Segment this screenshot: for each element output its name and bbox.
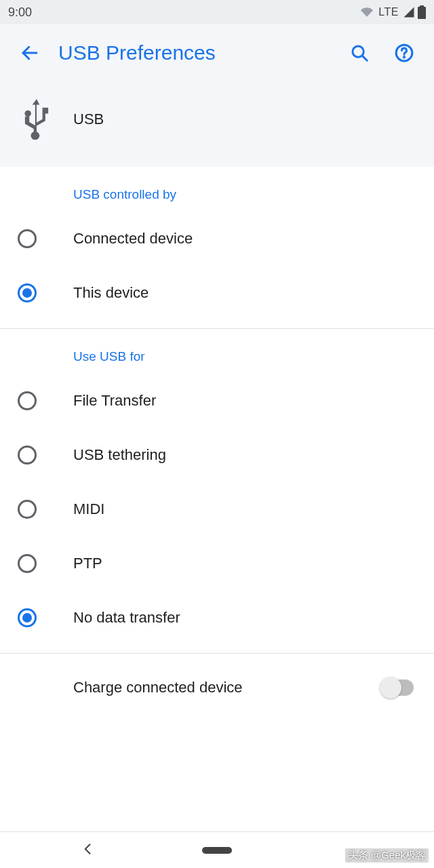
toggle-switch[interactable] [381,679,414,696]
radio-this-device[interactable]: This device [0,266,434,320]
app-bar: USB Preferences [0,24,434,81]
switch-charge-connected-device[interactable]: Charge connected device [0,654,434,722]
battery-icon [418,5,426,19]
nav-back-button[interactable] [81,842,95,859]
switch-label: Charge connected device [73,679,381,696]
section-header-controlled-by: USB controlled by [0,167,434,212]
page-title: USB Preferences [58,41,331,64]
radio-ptp[interactable]: PTP [0,536,434,591]
help-button[interactable] [388,37,420,69]
network-label: LTE [378,6,399,18]
radio-icon [18,229,37,248]
search-button[interactable] [343,37,376,69]
radio-icon [18,391,37,410]
radio-icon [18,554,37,573]
radio-label: Connected device [73,230,193,248]
svg-point-5 [24,111,31,117]
wifi-icon [359,6,374,18]
radio-midi[interactable]: MIDI [0,482,434,536]
status-time: 9:00 [8,5,359,20]
usb-header-label: USB [73,111,104,128]
radio-icon [18,283,37,302]
radio-icon [18,500,37,519]
radio-icon [18,608,37,627]
toggle-knob [380,677,401,698]
radio-connected-device[interactable]: Connected device [0,212,434,266]
radio-label: No data transfer [73,609,180,627]
signal-icon [403,6,415,18]
radio-no-data-transfer[interactable]: No data transfer [0,591,434,645]
usb-icon [0,99,73,140]
radio-label: USB tethering [73,446,166,464]
radio-label: PTP [73,555,102,572]
radio-label: MIDI [73,500,104,518]
back-button[interactable] [14,37,46,69]
svg-line-2 [362,56,367,60]
radio-label: File Transfer [73,392,156,410]
radio-icon [18,446,37,465]
watermark: 头条 @Geek极客 [345,848,429,863]
section-header-use-for: Use USB for [0,329,434,374]
radio-usb-tethering[interactable]: USB tethering [0,428,434,482]
usb-header-row: USB [0,81,434,167]
svg-point-4 [403,57,405,58]
radio-file-transfer[interactable]: File Transfer [0,374,434,428]
nav-home-pill[interactable] [202,847,232,854]
status-bar: 9:00 LTE [0,0,434,24]
navigation-bar: 头条 @Geek极客 [0,831,434,868]
radio-label: This device [73,284,149,302]
